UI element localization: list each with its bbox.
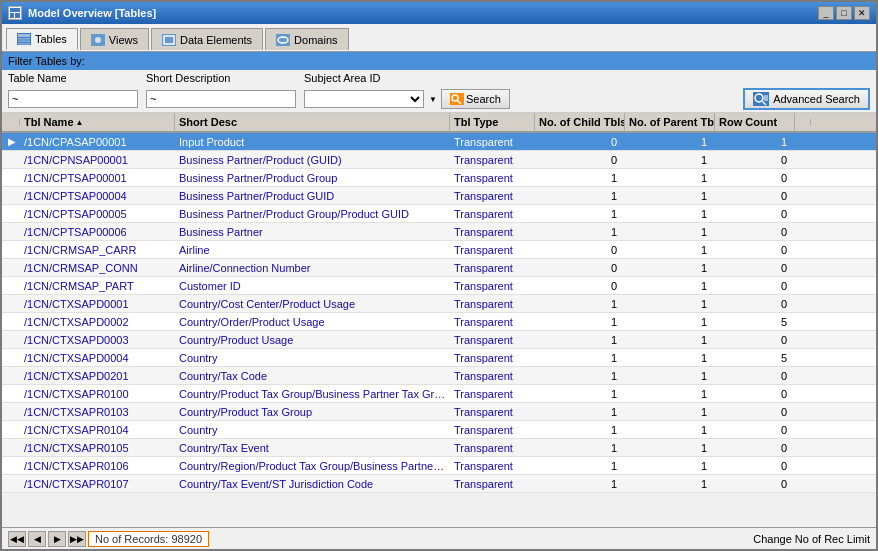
title-bar-left: Model Overview [Tables] (8, 6, 156, 20)
cell-row-count: 0 (715, 387, 795, 401)
table-row[interactable]: /1CN/CRMSAP_PART Customer ID Transparent… (2, 277, 876, 295)
table-row[interactable]: /1CN/CPTSAP00001 Business Partner/Produc… (2, 169, 876, 187)
cell-parent-tbls: 1 (625, 207, 715, 221)
cell-tbl-type: Transparent (450, 351, 535, 365)
cell-short-desc: Country/Cost Center/Product Usage (175, 297, 450, 311)
dropdown-arrow-icon: ▼ (429, 95, 437, 104)
tables-icon (17, 33, 31, 45)
cell-tbl-name: /1CN/CRMSAP_CONN (20, 261, 175, 275)
tab-views[interactable]: Views (80, 28, 149, 50)
table-row[interactable]: /1CN/CPTSAP00006 Business Partner Transp… (2, 223, 876, 241)
table-row[interactable]: /1CN/CTXSAPD0201 Country/Tax Code Transp… (2, 367, 876, 385)
table-name-input[interactable] (8, 90, 138, 108)
tab-views-label: Views (109, 34, 138, 46)
cell-tbl-type: Transparent (450, 315, 535, 329)
table-row[interactable]: /1CN/CTXSAPR0100 Country/Product Tax Gro… (2, 385, 876, 403)
cell-child-tbls: 1 (535, 207, 625, 221)
cell-tbl-type: Transparent (450, 333, 535, 347)
svg-point-9 (95, 37, 101, 43)
table-row[interactable]: /1CN/CRMSAP_CONN Airline/Connection Numb… (2, 259, 876, 277)
advanced-search-icon (753, 92, 769, 106)
cell-row-count: 0 (715, 477, 795, 491)
cell-parent-tbls: 1 (625, 315, 715, 329)
table-row[interactable]: /1CN/CTXSAPR0104 Country Transparent 1 1… (2, 421, 876, 439)
table-row[interactable]: /1CN/CTXSAPD0004 Country Transparent 1 1… (2, 349, 876, 367)
cell-child-tbls: 1 (535, 423, 625, 437)
table-row[interactable]: /1CN/CPTSAP00005 Business Partner/Produc… (2, 205, 876, 223)
tab-domains[interactable]: Domains (265, 28, 348, 50)
cell-tbl-type: Transparent (450, 279, 535, 293)
search-button[interactable]: Search (441, 89, 510, 109)
next-page-button[interactable]: ▶ (48, 531, 66, 547)
cell-row-count: 0 (715, 171, 795, 185)
table-row[interactable]: ▶ /1CN/CPASAP00001 Input Product Transpa… (2, 133, 876, 151)
last-page-button[interactable]: ▶▶ (68, 531, 86, 547)
table-row[interactable]: /1CN/CTXSAPD0003 Country/Product Usage T… (2, 331, 876, 349)
table-row[interactable]: /1CN/CTXSAPR0106 Country/Region/Product … (2, 457, 876, 475)
maximize-button[interactable]: □ (836, 6, 852, 20)
cell-short-desc: Airline (175, 243, 450, 257)
window-controls: _ □ ✕ (818, 6, 870, 20)
minimize-button[interactable]: _ (818, 6, 834, 20)
cell-parent-tbls: 1 (625, 243, 715, 257)
col-header-parent-tbls[interactable]: No. of Parent Tbls (625, 113, 715, 131)
table-body[interactable]: ▶ /1CN/CPASAP00001 Input Product Transpa… (2, 133, 876, 527)
svg-rect-7 (18, 43, 30, 45)
cell-short-desc: Country (175, 423, 450, 437)
col-header-child-tbls[interactable]: No. of Child Tbls (535, 113, 625, 131)
col-header-tbl-type[interactable]: Tbl Type (450, 113, 535, 131)
close-button[interactable]: ✕ (854, 6, 870, 20)
filter-labels-row: Table Name Short Description Subject Are… (2, 70, 876, 86)
tab-tables[interactable]: Tables (6, 28, 78, 50)
table-row[interactable]: /1CN/CTXSAPD0001 Country/Cost Center/Pro… (2, 295, 876, 313)
views-icon (91, 34, 105, 46)
subject-area-label: Subject Area ID (304, 72, 380, 84)
tabs-bar: Tables Views Data Elements Domains (2, 24, 876, 52)
col-header-short-desc[interactable]: Short Desc (175, 113, 450, 131)
table-row[interactable]: /1CN/CTXSAPR0103 Country/Product Tax Gro… (2, 403, 876, 421)
subject-area-select[interactable] (304, 90, 424, 108)
cell-short-desc: Country/Tax Event (175, 441, 450, 455)
cell-tbl-type: Transparent (450, 207, 535, 221)
cell-parent-tbls: 1 (625, 135, 715, 149)
change-rec-limit[interactable]: Change No of Rec Limit (753, 533, 870, 545)
cell-parent-tbls: 1 (625, 279, 715, 293)
table-row[interactable]: /1CN/CPNSAP00001 Business Partner/Produc… (2, 151, 876, 169)
tab-data-elements[interactable]: Data Elements (151, 28, 263, 50)
col-header-tbl-name[interactable]: Tbl Name ▲ (20, 113, 175, 131)
first-page-button[interactable]: ◀◀ (8, 531, 26, 547)
table-row[interactable]: /1CN/CTXSAPR0107 Country/Tax Event/ST Ju… (2, 475, 876, 493)
svg-rect-0 (10, 8, 20, 12)
cell-parent-tbls: 1 (625, 333, 715, 347)
table-row[interactable]: /1CN/CTXSAPR0105 Country/Tax Event Trans… (2, 439, 876, 457)
cell-row-count: 0 (715, 333, 795, 347)
short-desc-label: Short Description (146, 72, 296, 84)
cell-short-desc: Customer ID (175, 279, 450, 293)
col-header-row-count[interactable]: Row Count (715, 113, 795, 131)
cell-child-tbls: 0 (535, 279, 625, 293)
cell-row-count: 5 (715, 351, 795, 365)
cell-tbl-type: Transparent (450, 171, 535, 185)
svg-rect-5 (18, 38, 30, 40)
table-row[interactable]: /1CN/CTXSAPD0002 Country/Order/Product U… (2, 313, 876, 331)
table-name-label: Table Name (8, 72, 138, 84)
cell-parent-tbls: 1 (625, 423, 715, 437)
cell-row-count: 0 (715, 297, 795, 311)
svg-rect-6 (18, 41, 30, 43)
prev-page-button[interactable]: ◀ (28, 531, 46, 547)
advanced-search-button[interactable]: Advanced Search (743, 88, 870, 110)
cell-child-tbls: 0 (535, 135, 625, 149)
cell-parent-tbls: 1 (625, 441, 715, 455)
cell-child-tbls: 0 (535, 243, 625, 257)
table-row[interactable]: /1CN/CPTSAP00004 Business Partner/Produc… (2, 187, 876, 205)
table-row[interactable]: /1CN/CRMSAP_CARR Airline Transparent 0 1… (2, 241, 876, 259)
cell-tbl-name: /1CN/CPTSAP00006 (20, 225, 175, 239)
cell-child-tbls: 1 (535, 459, 625, 473)
cell-tbl-type: Transparent (450, 423, 535, 437)
short-desc-input[interactable] (146, 90, 296, 108)
cell-row-count: 0 (715, 441, 795, 455)
cell-short-desc: Input Product (175, 135, 450, 149)
filter-label: Filter Tables by: (8, 55, 85, 67)
cell-child-tbls: 1 (535, 297, 625, 311)
cell-tbl-type: Transparent (450, 405, 535, 419)
